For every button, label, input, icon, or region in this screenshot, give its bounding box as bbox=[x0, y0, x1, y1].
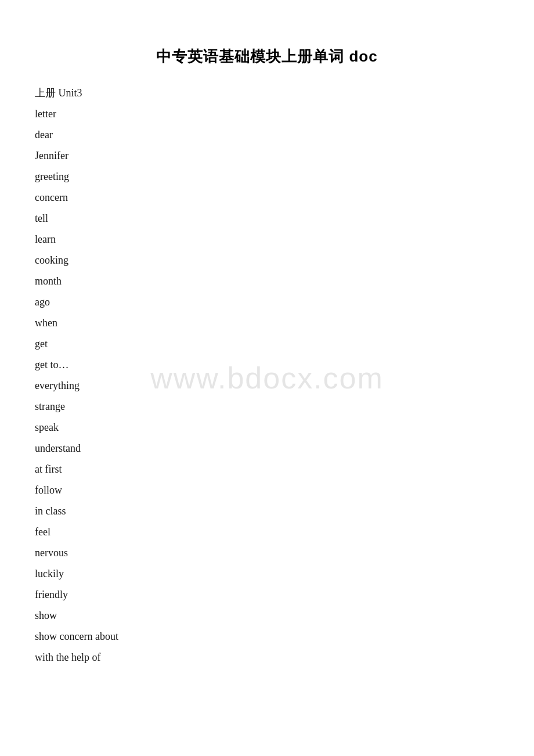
list-item: letter bbox=[35, 109, 499, 119]
list-item: follow bbox=[35, 485, 499, 495]
list-item: greeting bbox=[35, 171, 499, 182]
page-title: 中专英语基础模块上册单词 doc bbox=[35, 46, 499, 67]
list-item: 上册 Unit3 bbox=[35, 88, 499, 98]
list-item: luckily bbox=[35, 568, 499, 579]
list-item: cooking bbox=[35, 255, 499, 265]
page-container: www.bdocx.com 中专英语基础模块上册单词 doc 上册 Unit3l… bbox=[0, 0, 534, 756]
list-item: Jennifer bbox=[35, 150, 499, 161]
word-list: 上册 Unit3letterdearJennifergreetingconcer… bbox=[35, 88, 499, 663]
list-item: show bbox=[35, 610, 499, 621]
list-item: understand bbox=[35, 443, 499, 453]
list-item: speak bbox=[35, 422, 499, 433]
list-item: strange bbox=[35, 401, 499, 412]
list-item: get bbox=[35, 339, 499, 349]
list-item: feel bbox=[35, 527, 499, 537]
list-item: with the help of bbox=[35, 652, 499, 663]
list-item: everything bbox=[35, 380, 499, 391]
list-item: when bbox=[35, 318, 499, 328]
list-item: concern bbox=[35, 192, 499, 203]
list-item: in class bbox=[35, 506, 499, 516]
list-item: friendly bbox=[35, 589, 499, 600]
list-item: dear bbox=[35, 129, 499, 140]
list-item: tell bbox=[35, 213, 499, 224]
list-item: month bbox=[35, 276, 499, 286]
list-item: nervous bbox=[35, 548, 499, 558]
list-item: show concern about bbox=[35, 631, 499, 642]
list-item: at first bbox=[35, 464, 499, 474]
list-item: learn bbox=[35, 234, 499, 244]
list-item: get to… bbox=[35, 359, 499, 370]
list-item: ago bbox=[35, 297, 499, 307]
